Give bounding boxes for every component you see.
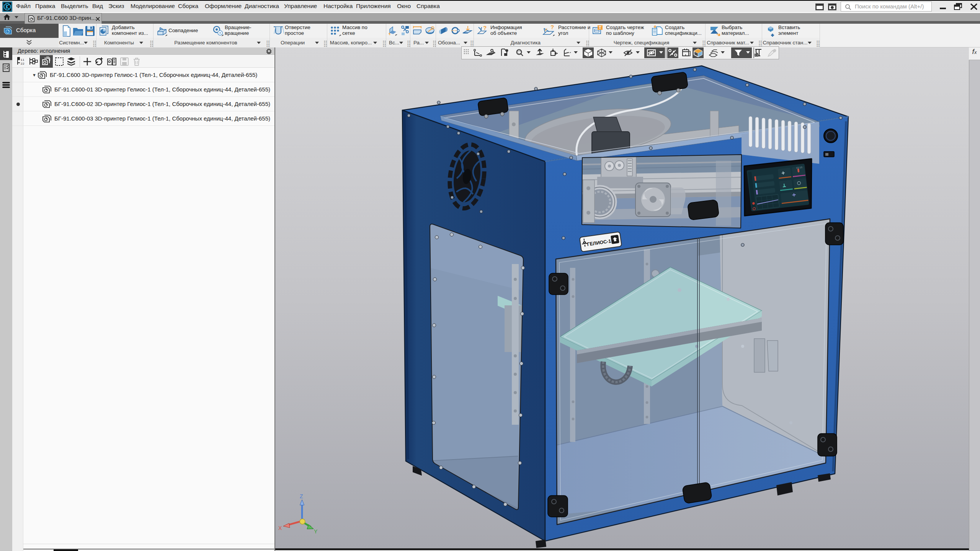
svg-text:Y: Y: [314, 528, 318, 535]
svg-text:Z: Z: [300, 493, 303, 499]
svg-text:X: X: [278, 525, 282, 531]
svg-text:1: 1: [23, 58, 24, 62]
svg-text:?: ?: [483, 24, 487, 31]
svg-text:2: 2: [23, 62, 24, 65]
svg-text:?: ?: [550, 24, 554, 30]
svg-text:T: T: [599, 25, 601, 30]
